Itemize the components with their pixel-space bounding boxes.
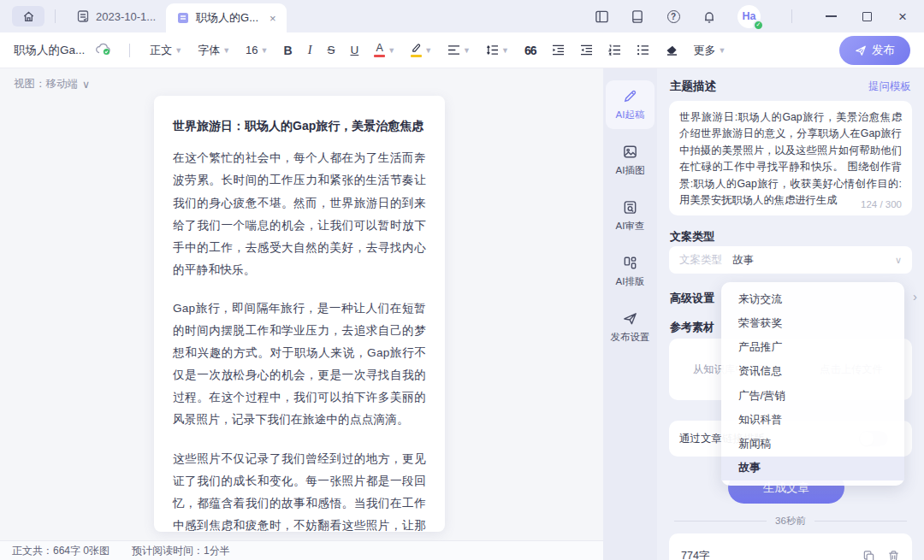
word-count: 正文共：664字 0张图 <box>12 544 110 558</box>
document-icon-active <box>176 11 190 25</box>
settings-panel: 主题描述 提问模板 世界旅游日:职场人的Gap旅行，美景治愈焦虑介绍世界旅游日的… <box>657 68 924 560</box>
maximize-button[interactable] <box>859 9 874 24</box>
sidebar-item-ai-draft[interactable]: AI起稿 <box>606 80 654 129</box>
paper-plane-icon <box>622 310 638 327</box>
more-menu-button[interactable]: 更多▼ <box>688 38 732 62</box>
font-size-select[interactable]: 16▼ <box>240 38 274 62</box>
side-panel-icon[interactable] <box>594 9 609 24</box>
chevron-down-icon: ▼ <box>424 46 432 55</box>
dropdown-option[interactable]: 产品推广 <box>721 336 904 360</box>
dropdown-option[interactable]: 新闻稿 <box>721 433 904 457</box>
format-toolbar: 职场人的Ga... 正文▼ 字体▼ 16▼ B I S U A ▼ ▼ ▼ ▼ <box>0 32 924 68</box>
app-window: 2023-10-1... 职场人的G... × ? Ha ✓ <box>0 0 924 560</box>
home-button[interactable] <box>12 6 44 27</box>
dropdown-option[interactable]: 知识科普 <box>721 408 904 432</box>
doc-title: 职场人的Ga... <box>14 43 85 58</box>
chevron-down-icon: ▼ <box>388 46 395 55</box>
dropdown-option[interactable]: 资讯信息 <box>721 360 904 384</box>
ordered-list-icon <box>608 44 621 56</box>
tab-close-icon[interactable]: × <box>270 12 276 25</box>
tab-label: 2023-10-1... <box>96 10 156 23</box>
bold-button[interactable]: B <box>278 38 299 62</box>
home-icon <box>22 10 35 23</box>
chevron-down-icon: ▼ <box>175 46 182 55</box>
chevron-down-icon: ∨ <box>895 255 902 266</box>
italic-button[interactable]: I <box>302 38 318 62</box>
line-height-button[interactable]: ▼ <box>480 38 515 62</box>
document-paragraph: 在这个繁忙的社会中，每个人都在为了生活而奔波劳累。长时间的工作压力和紧张的生活节… <box>173 147 426 281</box>
indent-button[interactable] <box>546 38 571 62</box>
minimize-button[interactable] <box>823 9 838 24</box>
align-button[interactable]: ▼ <box>441 38 477 62</box>
tab-recent-doc[interactable]: 2023-10-1... <box>66 0 166 32</box>
chevron-right-icon[interactable]: › <box>913 289 917 304</box>
bullet-list-button[interactable] <box>631 38 655 62</box>
publish-button[interactable]: 发布 <box>839 36 910 65</box>
highlight-color-button[interactable]: ▼ <box>405 38 438 62</box>
char-count: 124 / 300 <box>861 199 902 209</box>
dropdown-option-selected[interactable]: 故事 <box>721 457 904 480</box>
chevron-down-icon: ▼ <box>261 46 269 55</box>
chevron-down-icon: ∨ <box>82 78 90 91</box>
read-time: 预计阅读时间：1分半 <box>132 544 230 558</box>
copy-type-select[interactable]: 文案类型 故事 ∨ <box>669 246 912 274</box>
paragraph-style-select[interactable]: 正文▼ <box>144 38 188 62</box>
font-color-button[interactable]: A ▼ <box>368 38 401 62</box>
reference-material-label: 参考素材 <box>670 320 714 335</box>
trash-icon[interactable] <box>887 550 900 560</box>
outdent-button[interactable] <box>574 38 599 62</box>
highlighter-icon <box>411 43 422 53</box>
dropdown-option[interactable]: 广告/营销 <box>721 384 904 408</box>
sidebar-item-ai-layout[interactable]: AI排版 <box>606 247 654 296</box>
select-placeholder: 文案类型 <box>679 253 722 268</box>
align-left-icon <box>447 44 460 56</box>
ai-tools-rail: AI起稿 AI插图 AI审查 AI排版 发布设置 <box>603 68 657 560</box>
eraser-icon <box>665 44 678 56</box>
tab-current-doc[interactable]: 职场人的G... × <box>166 3 287 32</box>
layout-icon <box>622 255 638 271</box>
line-height-icon <box>486 44 499 56</box>
ordered-list-button[interactable] <box>602 38 627 62</box>
document-page[interactable]: 世界旅游日：职场人的Gap旅行，美景治愈焦虑 在这个繁忙的社会中，每个人都在为了… <box>154 96 445 532</box>
verified-badge-icon: ✓ <box>753 20 764 31</box>
copy-type-label: 文案类型 <box>670 229 714 245</box>
device-icon[interactable] <box>630 9 645 24</box>
chevron-down-icon: ▼ <box>222 46 230 55</box>
cloud-sync-icon <box>95 42 112 59</box>
document-icon <box>76 9 90 23</box>
underline-button[interactable]: U <box>344 38 364 62</box>
indent-icon <box>552 44 565 56</box>
pen-icon <box>622 88 638 104</box>
close-window-button[interactable]: × <box>895 9 910 24</box>
copy-icon[interactable] <box>862 550 875 560</box>
strikethrough-button[interactable]: S <box>321 38 341 62</box>
blockquote-button[interactable]: 66 <box>518 38 542 62</box>
advanced-settings-label[interactable]: 高级设置 <box>670 291 714 306</box>
clear-format-button[interactable] <box>659 38 684 62</box>
result-word-count: 774字 <box>681 549 709 560</box>
help-icon[interactable]: ? <box>666 9 681 24</box>
chevron-down-icon: ▼ <box>719 46 726 55</box>
font-family-select[interactable]: 字体▼ <box>192 38 236 62</box>
template-link[interactable]: 提问模板 <box>868 80 911 94</box>
dropdown-option[interactable]: 荣誉获奖 <box>721 311 904 335</box>
divider <box>55 9 56 23</box>
history-divider: 36秒前 <box>674 515 907 528</box>
sidebar-item-ai-review[interactable]: AI审查 <box>606 192 654 240</box>
tab-label: 职场人的G... <box>196 10 258 26</box>
sidebar-item-ai-illustration[interactable]: AI插图 <box>606 136 654 185</box>
view-mode-select[interactable]: 视图：移动端 ∨ <box>14 77 90 91</box>
document-paragraph: Gap旅行，即间隔年旅行，是一种让人们在短暂的时间内摆脱工作和学业压力，去追求自… <box>173 298 426 432</box>
avatar[interactable]: Ha ✓ <box>737 5 761 28</box>
notification-bell-icon[interactable] <box>702 9 717 24</box>
title-bar: 2023-10-1... 职场人的G... × ? Ha ✓ <box>0 0 924 32</box>
time-ago: 36秒前 <box>775 515 806 528</box>
editor-area: 视图：移动端 ∨ 世界旅游日：职场人的Gap旅行，美景治愈焦虑 在这个繁忙的社会… <box>0 68 603 560</box>
topic-textarea[interactable]: 世界旅游日:职场人的Gap旅行，美景治愈焦虑介绍世界旅游日的意义，分享职场人在G… <box>669 101 912 215</box>
chevron-down-icon: ▼ <box>501 46 509 55</box>
topic-label: 主题描述 <box>670 79 716 94</box>
paper-plane-icon <box>855 44 867 56</box>
dropdown-option[interactable]: 来访交流 <box>721 287 904 311</box>
copy-type-dropdown: 来访交流 荣誉获奖 产品推广 资讯信息 广告/营销 知识科普 新闻稿 故事 <box>721 282 904 486</box>
sidebar-item-publish-settings[interactable]: 发布设置 <box>606 303 654 351</box>
